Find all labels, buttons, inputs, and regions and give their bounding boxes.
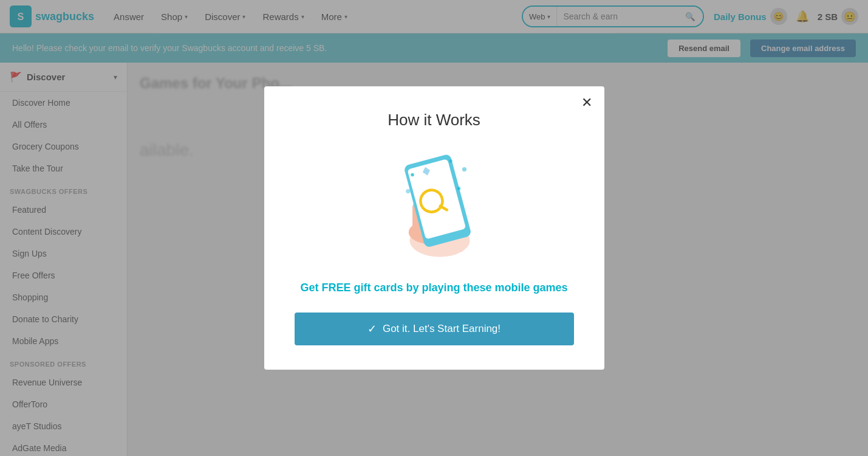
modal-close-button[interactable]: ✕ bbox=[581, 96, 592, 109]
checkmark-icon: ✓ bbox=[367, 322, 377, 336]
modal-cta-button[interactable]: ✓ Got it. Let's Start Earning! bbox=[295, 313, 574, 345]
svg-point-13 bbox=[462, 167, 466, 171]
modal: ✕ How it Works bbox=[264, 86, 604, 370]
modal-description: Get FREE gift cards by playing these mob… bbox=[300, 280, 567, 295]
svg-point-12 bbox=[411, 173, 414, 176]
modal-title: How it Works bbox=[388, 111, 480, 130]
modal-overlay[interactable]: ✕ How it Works bbox=[0, 0, 868, 456]
svg-point-15 bbox=[406, 189, 410, 193]
svg-point-14 bbox=[457, 187, 460, 190]
modal-phone-illustration bbox=[374, 144, 495, 266]
svg-point-16 bbox=[449, 159, 452, 162]
